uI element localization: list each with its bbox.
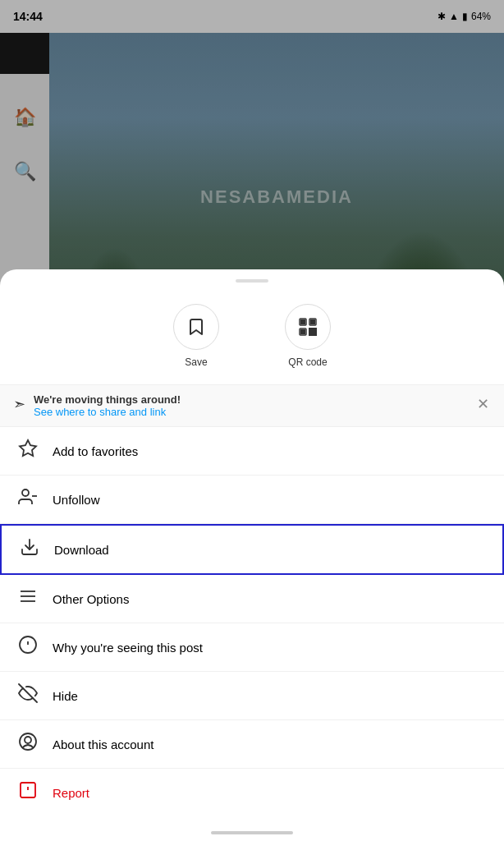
star-icon: [16, 439, 39, 463]
menu-item-why-seeing[interactable]: Why you're seeing this post: [0, 623, 504, 672]
svg-rect-5: [311, 320, 314, 324]
svg-rect-9: [314, 329, 316, 331]
menu-item-download[interactable]: Download: [0, 524, 504, 575]
drag-handle[interactable]: [236, 279, 268, 283]
action-buttons-row: Save QR code: [0, 296, 504, 384]
nav-indicator: [211, 831, 293, 834]
bottom-nav-bar: [0, 831, 504, 834]
alert-icon: [16, 780, 39, 805]
download-icon: [18, 537, 41, 562]
menu-item-unfollow[interactable]: Unfollow: [0, 476, 504, 524]
save-label: Save: [185, 356, 207, 368]
svg-rect-8: [309, 329, 312, 331]
info-icon: [16, 635, 39, 659]
banner: ➣ We're moving things around! See where …: [0, 384, 504, 427]
about-account-text: About this account: [53, 738, 153, 751]
banner-text: We're moving things around! See where to…: [34, 393, 181, 418]
svg-point-13: [22, 489, 29, 496]
menu-item-add-favorites[interactable]: Add to favorites: [0, 427, 504, 476]
bottom-sheet: Save QR code: [0, 269, 504, 841]
download-text: Download: [54, 543, 109, 557]
qrcode-label: QR code: [288, 356, 327, 368]
add-favorites-text: Add to favorites: [53, 444, 138, 458]
unfollow-text: Unfollow: [53, 493, 100, 507]
menu-item-other-options[interactable]: Other Options: [0, 575, 504, 623]
bookmark-icon: [186, 317, 206, 337]
banner-close-button[interactable]: ✕: [475, 393, 491, 415]
svg-rect-7: [301, 330, 305, 333]
report-text: Report: [53, 786, 89, 800]
why-seeing-text: Why you're seeing this post: [53, 641, 203, 655]
qr-icon: [297, 316, 318, 338]
menu-item-hide[interactable]: Hide: [0, 672, 504, 720]
account-circle-icon: [16, 732, 39, 756]
qrcode-button[interactable]: QR code: [285, 304, 331, 368]
send-icon: ➣: [13, 395, 25, 413]
svg-marker-12: [20, 440, 36, 456]
banner-content: ➣ We're moving things around! See where …: [13, 393, 181, 418]
banner-link[interactable]: See where to share and link: [34, 406, 181, 418]
other-options-text: Other Options: [53, 592, 129, 606]
qrcode-icon-circle: [285, 304, 331, 350]
banner-title: We're moving things around!: [34, 393, 181, 406]
menu-item-report[interactable]: Report: [0, 769, 504, 816]
eye-off-icon: [16, 683, 39, 708]
save-icon-circle: [173, 304, 219, 350]
hide-text: Hide: [53, 689, 78, 703]
person-minus-icon: [16, 487, 39, 512]
save-button[interactable]: Save: [173, 304, 219, 368]
svg-rect-10: [309, 333, 312, 335]
menu-item-about-account[interactable]: About this account: [0, 720, 504, 769]
svg-rect-3: [301, 320, 305, 324]
menu-icon: [16, 586, 39, 611]
svg-rect-11: [314, 333, 316, 335]
